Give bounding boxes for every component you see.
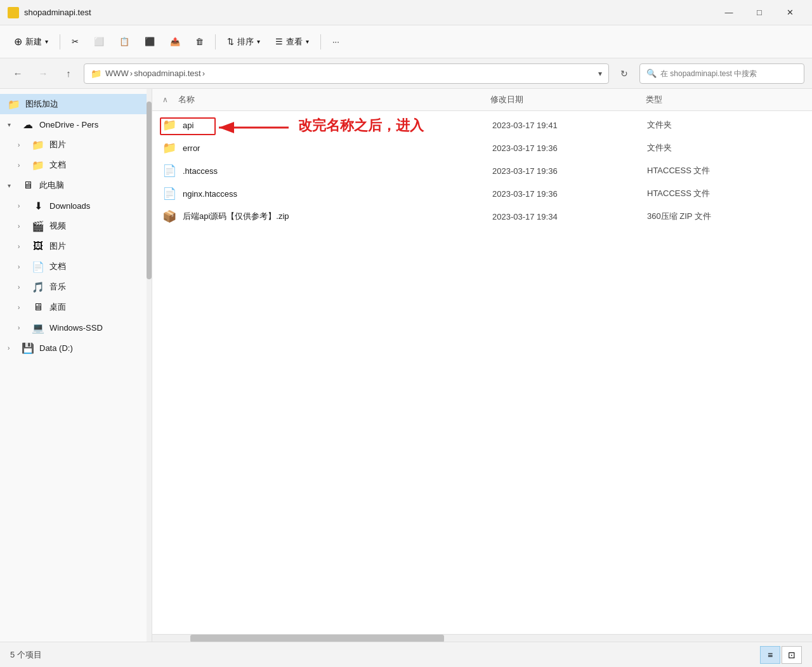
- file-date-api: 2023-03-17 19:41: [492, 121, 647, 130]
- main-area: 📁 图纸加边 ▾ ☁ OneDrive - Pers › 📁 图片 › 📁 文档…: [0, 89, 812, 642]
- new-label: 新建: [25, 36, 42, 48]
- large-icons-view-icon: ⊡: [788, 650, 796, 660]
- search-input[interactable]: [660, 69, 787, 78]
- collapse-arrow-icon[interactable]: ∧: [162, 95, 168, 104]
- sidebar-label-documents-pc: 文档: [49, 261, 66, 272]
- chevron-right-icon: ›: [18, 202, 27, 209]
- separator-1: [60, 34, 60, 50]
- rename-button[interactable]: ⬛: [138, 30, 161, 53]
- address-dropdown-icon[interactable]: ▾: [598, 69, 602, 78]
- paste-button[interactable]: 📋: [113, 30, 136, 53]
- sidebar-item-tuzhijiabiao[interactable]: 📁 图纸加边: [0, 94, 152, 114]
- sidebar-item-pictures-pc[interactable]: › 🖼 图片: [0, 236, 152, 256]
- file-rows: 改完名称之后，进入 📁 api 2023-03-17 19:41 文件夹 📁 e…: [152, 111, 812, 634]
- file-icon: 📄: [162, 187, 178, 201]
- delete-button[interactable]: 🗑: [189, 30, 210, 53]
- file-name-htaccess: .htaccess: [183, 166, 492, 176]
- more-icon: ···: [332, 37, 339, 46]
- view-button[interactable]: ☰ 查看 ▾: [269, 30, 315, 53]
- chevron-right-icon: ›: [18, 324, 27, 331]
- details-view-button[interactable]: ≡: [760, 646, 780, 664]
- file-date-zip: 2023-03-17 19:34: [492, 212, 647, 221]
- item-count: 5 个项目: [10, 649, 42, 661]
- sidebar-label-pictures-pc: 图片: [49, 241, 66, 252]
- share-icon: 📤: [170, 37, 180, 46]
- folder-icon: 📁: [8, 98, 20, 110]
- pictures-icon: 🖼: [32, 241, 44, 252]
- download-icon: ⬇: [32, 200, 44, 212]
- refresh-button[interactable]: ↻: [614, 63, 634, 84]
- chevron-right-icon: ›: [18, 223, 27, 230]
- sidebar-item-music[interactable]: › 🎵 音乐: [0, 277, 152, 297]
- file-type-zip: 360压缩 ZIP 文件: [647, 211, 802, 222]
- forward-button[interactable]: →: [33, 63, 53, 84]
- sort-chevron-icon: ▾: [257, 38, 260, 45]
- file-list-scrollbar[interactable]: [152, 634, 812, 642]
- sidebar-label-data-d: Data (D:): [39, 343, 73, 353]
- sidebar-item-thispc[interactable]: ▾ 🖥 此电脑: [0, 175, 152, 195]
- drive-icon: 💻: [32, 322, 44, 334]
- sidebar-item-desktop[interactable]: › 🖥 桌面: [0, 297, 152, 317]
- sidebar-item-onedrive[interactable]: ▾ ☁ OneDrive - Pers: [0, 114, 152, 135]
- computer-icon: 🖥: [22, 180, 34, 191]
- header-type[interactable]: 类型: [646, 94, 802, 105]
- sidebar-label-downloads: Downloads: [49, 201, 90, 211]
- sidebar-label-videos: 视频: [49, 220, 66, 232]
- file-list: ∧ 名称 修改日期 类型: [152, 89, 812, 642]
- file-date-nginx: 2023-03-17 19:36: [492, 189, 647, 199]
- sort-label: 排序: [237, 36, 254, 48]
- address-path: WWW › shopadminapi.test ›: [105, 69, 205, 78]
- folder-icon: 📁: [32, 139, 44, 151]
- sidebar-item-pictures[interactable]: › 📁 图片: [0, 135, 152, 155]
- file-row-nginx[interactable]: 📄 nginx.htaccess 2023-03-17 19:36 HTACCE…: [152, 182, 812, 205]
- copy-button[interactable]: ⬜: [88, 30, 110, 53]
- onedrive-icon: ☁: [22, 119, 34, 131]
- sidebar-item-windows-ssd[interactable]: › 💻 Windows-SSD: [0, 317, 152, 338]
- window-controls: — □ ✕: [714, 3, 804, 23]
- file-row-api[interactable]: 📁 api 2023-03-17 19:41 文件夹: [152, 114, 812, 136]
- close-button[interactable]: ✕: [775, 3, 804, 23]
- sidebar-label-thispc: 此电脑: [39, 180, 64, 191]
- file-area: ∧ 名称 修改日期 类型: [152, 89, 812, 642]
- share-button[interactable]: 📤: [164, 30, 187, 53]
- path-part-site: shopadminapi.test: [134, 69, 201, 78]
- sidebar-item-videos[interactable]: › 🎬 视频: [0, 216, 152, 236]
- chevron-right-icon: ›: [18, 263, 27, 270]
- address-box[interactable]: 📁 WWW › shopadminapi.test › ▾: [84, 63, 609, 84]
- new-button[interactable]: ⊕ 新建 ▾: [8, 30, 55, 53]
- file-type-error: 文件夹: [647, 142, 802, 154]
- sidebar-item-documents[interactable]: › 📁 文档: [0, 155, 152, 175]
- file-name-nginx: nginx.htaccess: [183, 189, 492, 199]
- sidebar-label-tuzhijiabiao: 图纸加边: [25, 98, 58, 110]
- folder-icon: 📁: [32, 159, 44, 171]
- address-bar: ← → ↑ 📁 WWW › shopadminapi.test › ▾ ↻ 🔍: [0, 58, 812, 89]
- file-row-zip[interactable]: 📦 后端api源码【仅供参考】.zip 2023-03-17 19:34 360…: [152, 205, 812, 228]
- details-view-icon: ≡: [768, 650, 773, 660]
- rename-icon: ⬛: [145, 37, 155, 46]
- folder-icon: 📁: [162, 141, 178, 155]
- file-type-api: 文件夹: [647, 119, 802, 131]
- back-button[interactable]: ←: [8, 63, 28, 84]
- chevron-down-icon: ▾: [8, 121, 16, 128]
- file-row-error[interactable]: 📁 error 2023-03-17 19:36 文件夹: [152, 136, 812, 159]
- sidebar-item-data-d[interactable]: › 💾 Data (D:): [0, 338, 152, 358]
- path-separator-2: ›: [202, 69, 205, 78]
- large-icons-view-button[interactable]: ⊡: [782, 646, 802, 664]
- view-icon: ☰: [275, 37, 283, 46]
- sidebar-item-downloads[interactable]: › ⬇ Downloads: [0, 195, 152, 216]
- maximize-button[interactable]: □: [745, 3, 774, 23]
- file-row-htaccess[interactable]: 📄 .htaccess 2023-03-17 19:36 HTACCESS 文件: [152, 159, 812, 182]
- sidebar-item-documents-pc[interactable]: › 📄 文档: [0, 256, 152, 277]
- search-box[interactable]: 🔍: [639, 63, 804, 84]
- up-button[interactable]: ↑: [58, 63, 79, 84]
- sort-button[interactable]: ⇅ 排序 ▾: [221, 30, 266, 53]
- cut-button[interactable]: ✂: [65, 30, 85, 53]
- header-name[interactable]: 名称: [178, 94, 490, 105]
- folder-icon: [8, 7, 19, 18]
- separator-2: [215, 34, 216, 50]
- more-button[interactable]: ···: [326, 30, 346, 53]
- header-date[interactable]: 修改日期: [490, 94, 646, 105]
- minimize-button[interactable]: —: [714, 3, 743, 23]
- sidebar-label-windows-ssd: Windows-SSD: [49, 323, 103, 333]
- sidebar-scrollbar[interactable]: [147, 89, 152, 642]
